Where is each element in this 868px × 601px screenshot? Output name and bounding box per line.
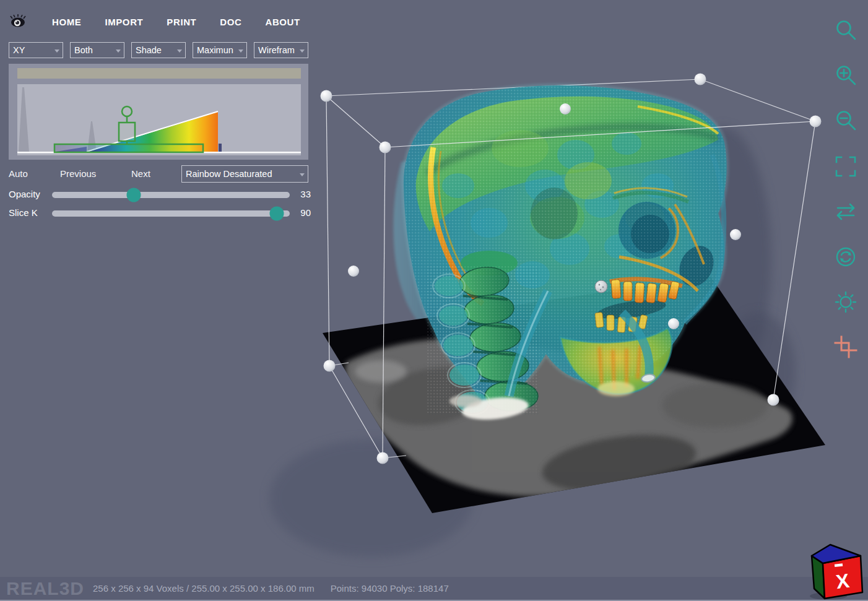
chevron-down-icon — [116, 50, 121, 53]
orientation-cube[interactable]: Z X — [804, 538, 866, 600]
tf-ramp-end — [219, 144, 222, 152]
projection-select-value: Maximun — [197, 45, 233, 55]
wireframe-select-value: Wirefram — [258, 45, 295, 55]
application-window: HOME IMPORT PRINT DOC ABOUT XY Both Shad… — [0, 0, 868, 601]
histogram-top-strip — [17, 68, 301, 79]
opacity-value: 33 — [295, 189, 311, 199]
slice-k-value: 90 — [295, 207, 311, 218]
previous-button[interactable]: Previous — [60, 168, 96, 179]
chevron-down-icon — [177, 50, 182, 53]
colormap-select[interactable]: Rainbow Desaturated — [181, 165, 308, 183]
transfer-function-panel — [9, 64, 308, 160]
opacity-label: Opacity — [9, 189, 40, 199]
nav-item-home[interactable]: HOME — [52, 17, 81, 27]
mesh-info: Points: 94030 Polys: 188147 — [331, 583, 449, 594]
next-button[interactable]: Next — [131, 168, 150, 179]
chevron-down-icon — [300, 173, 305, 176]
slice-k-slider-row: Slice K 90 — [0, 205, 316, 222]
slice-k-label: Slice K — [9, 207, 38, 218]
nav-item-print[interactable]: PRINT — [167, 17, 196, 27]
chevron-down-icon — [54, 50, 59, 53]
slider-thumb[interactable] — [269, 207, 284, 221]
crop-icon[interactable] — [833, 335, 858, 360]
transfer-controls-row: Auto Previous Next Rainbow Desaturated — [0, 165, 316, 183]
chevron-down-icon — [300, 50, 305, 53]
swap-horizontal-icon[interactable] — [833, 199, 858, 224]
tf-selector-range[interactable] — [54, 144, 203, 152]
brand-watermark: REAL3D — [6, 577, 84, 600]
status-bar: REAL3D 256 x 256 x 94 Voxels / 255.00 x … — [0, 577, 868, 601]
wireframe-select[interactable]: Wirefram — [254, 42, 308, 58]
cervical-spine — [427, 251, 539, 415]
slider-thumb[interactable] — [127, 188, 141, 202]
direction-select[interactable]: Both — [70, 42, 124, 58]
volume-info: 256 x 256 x 94 Voxels / 255.00 x 255.00 … — [93, 583, 315, 594]
top-navigation: HOME IMPORT PRINT DOC ABOUT — [9, 12, 324, 31]
auto-button[interactable]: Auto — [9, 168, 28, 179]
opacity-slider-row: Opacity 33 — [0, 187, 316, 203]
opacity-slider[interactable] — [52, 192, 290, 198]
histogram-spikes — [19, 87, 97, 152]
slice-bone-highlight-2 — [449, 395, 482, 407]
tf-selector-knob[interactable] — [122, 106, 132, 116]
shade-select-value: Shade — [136, 45, 162, 55]
projection-select[interactable]: Maximun — [193, 42, 247, 58]
nav-item-import[interactable]: IMPORT — [105, 17, 143, 27]
nav-item-doc[interactable]: DOC — [220, 17, 241, 27]
zoom-out-icon[interactable] — [833, 109, 858, 134]
axis-select[interactable]: XY — [9, 42, 63, 58]
eye-logo-icon[interactable] — [9, 14, 27, 30]
histogram-area[interactable] — [17, 84, 301, 155]
direction-select-value: Both — [74, 45, 93, 55]
colormap-select-value: Rainbow Desaturated — [186, 169, 272, 179]
axis-select-value: XY — [13, 45, 25, 55]
fiducial-marker-sphere — [595, 280, 607, 293]
chevron-down-icon — [238, 50, 243, 53]
nav-item-about[interactable]: ABOUT — [265, 17, 300, 27]
tf-selector-box[interactable] — [119, 123, 135, 141]
fullscreen-icon[interactable] — [833, 154, 858, 179]
slice-k-slider[interactable] — [52, 210, 290, 217]
search-icon[interactable] — [833, 19, 858, 43]
shade-select[interactable]: Shade — [131, 42, 186, 58]
brightness-icon[interactable] — [833, 290, 858, 314]
zoom-in-icon[interactable] — [833, 64, 858, 89]
render-options-row: XY Both Shade Maximun Wirefram — [9, 42, 308, 58]
view-toolbar — [833, 19, 858, 360]
rotate-icon[interactable] — [833, 244, 858, 269]
